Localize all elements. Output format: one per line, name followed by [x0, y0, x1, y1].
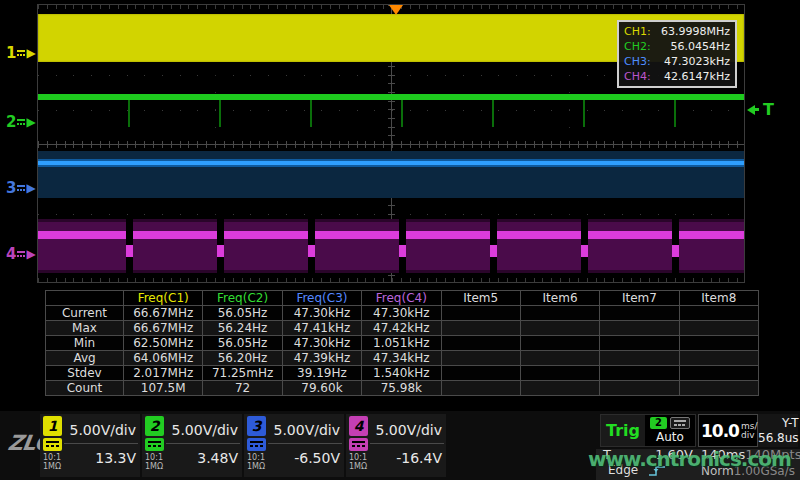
watermark-text: www.cntronics.com — [588, 447, 800, 471]
measure-cell: 75.98k — [362, 381, 441, 396]
channel-4-position-marker[interactable]: 4▶ — [6, 245, 36, 263]
measure-cell: 62.50MHz — [124, 336, 203, 351]
channel-badge[interactable]: 4 — [349, 416, 368, 436]
ch4-runt-pulse — [581, 245, 588, 257]
channel-number: 4 — [6, 245, 16, 263]
right-arrow-icon: ▶ — [26, 181, 35, 195]
trigger-level-marker[interactable]: T — [747, 100, 774, 119]
channel-1-settings-block[interactable]: 110:11MΩ5.00V/div13.3V — [40, 414, 140, 477]
channel-badge[interactable]: 3 — [247, 416, 266, 436]
measure-cell — [441, 306, 520, 321]
measure-column-header — [46, 291, 124, 306]
coupling-icon — [17, 185, 25, 192]
ch4-runt-pulse — [308, 245, 315, 257]
right-arrow-icon: ▶ — [26, 115, 35, 129]
freq-value: 47.3023kHz — [664, 55, 730, 68]
measure-cell: 66.67MHz — [124, 321, 203, 336]
measure-column-header: Item5 — [441, 291, 520, 306]
frequency-overlay: CH1:63.9998MHzCH2:56.0454HzCH3:47.3023kH… — [617, 20, 737, 88]
measure-cell — [520, 306, 599, 321]
trigger-mode[interactable]: Auto — [656, 429, 684, 445]
measure-cell — [600, 351, 679, 366]
measure-row: Count107.5M7279.60k75.98k — [46, 381, 759, 396]
channel-4-settings-block[interactable]: 410:11MΩ5.00V/div-16.4V — [346, 414, 446, 477]
ch4-runt-pulse — [490, 245, 497, 257]
timebase-scale-box[interactable]: 10.0 ms/ div — [698, 414, 758, 447]
trigger-position-marker-icon[interactable] — [389, 5, 403, 15]
channel-1-position-marker[interactable]: 1▶ — [6, 44, 36, 62]
measure-row-label: Avg — [46, 351, 124, 366]
ch2-waveform[interactable] — [38, 94, 744, 100]
ch3-waveform[interactable] — [38, 159, 744, 167]
right-arrow-icon: ▶ — [26, 46, 35, 60]
status-bar: ZLG® 110:11MΩ5.00V/div13.3V210:11MΩ5.00V… — [0, 411, 800, 480]
measure-row: Max66.67MHz56.24Hz47.41kHz47.42kHz — [46, 321, 759, 336]
channel-offset: 13.3V — [64, 446, 138, 470]
freq-overlay-row: CH2:56.0454Hz — [624, 40, 730, 53]
measure-cell: 47.30kHz — [282, 306, 361, 321]
ch4-runt-pulse — [217, 245, 224, 257]
measure-column-header: Freq(C4) — [362, 291, 441, 306]
freq-overlay-row: CH4:42.6147kHz — [624, 70, 730, 83]
dc-coupling-icon — [247, 438, 266, 451]
ch2-spike — [583, 100, 585, 127]
measure-cell — [600, 366, 679, 381]
measure-row: Stdev2.017MHz71.25mHz39.19Hz1.540kHz — [46, 366, 759, 381]
freq-value: 63.9998MHz — [661, 25, 730, 38]
trigger-coupling-icon — [670, 417, 690, 429]
measure-cell — [600, 381, 679, 396]
freq-value: 56.0454Hz — [670, 40, 730, 53]
ch4-waveform-fill[interactable] — [38, 219, 744, 273]
measure-column-header: Item7 — [600, 291, 679, 306]
measure-row-label: Min — [46, 336, 124, 351]
measurement-table: Freq(C1)Freq(C2)Freq(C3)Freq(C4)Item5Ite… — [45, 290, 759, 396]
measure-column-header: Freq(C3) — [282, 291, 361, 306]
measure-row-label: Count — [46, 381, 124, 396]
measure-row-label: Current — [46, 306, 124, 321]
measure-cell: 47.30kHz — [362, 306, 441, 321]
measure-cell: 56.05Hz — [203, 336, 282, 351]
freq-channel-label: CH2: — [624, 40, 651, 53]
channel-offset: 3.48V — [166, 446, 240, 470]
measure-row-label: Max — [46, 321, 124, 336]
measure-row: Min62.50MHz56.05Hz47.30kHz1.051kHz — [46, 336, 759, 351]
measure-cell: 64.06MHz — [124, 351, 203, 366]
measure-cell: 47.34kHz — [362, 351, 441, 366]
channel-offset: -6.50V — [268, 446, 342, 470]
freq-channel-label: CH3: — [624, 55, 651, 68]
measure-cell: 1.051kHz — [362, 336, 441, 351]
channel-3-settings-block[interactable]: 310:11MΩ5.00V/div-6.50V — [244, 414, 344, 477]
ch4-waveform[interactable] — [38, 231, 744, 239]
freq-overlay-row: CH3:47.3023kHz — [624, 55, 730, 68]
volts-per-div: 5.00V/div — [370, 416, 444, 444]
ch4-runt-pulse — [672, 245, 679, 257]
ch2-spike — [401, 100, 403, 127]
right-arrow-icon: ▶ — [26, 247, 35, 261]
measure-cell — [679, 306, 758, 321]
channel-number: 2 — [6, 113, 16, 131]
measure-cell — [520, 381, 599, 396]
trig-label: Trig — [601, 415, 645, 446]
coupling-icon — [17, 50, 25, 57]
freq-channel-label: CH4: — [624, 70, 651, 83]
measure-cell — [520, 366, 599, 381]
measure-cell — [679, 336, 758, 351]
measure-cell — [679, 351, 758, 366]
timebase-unit: ms/ div — [741, 422, 758, 440]
measure-cell: 47.39kHz — [282, 351, 361, 366]
trigger-source-badge[interactable]: 2 — [650, 417, 667, 429]
channel-badge[interactable]: 1 — [43, 416, 62, 436]
coupling-icon — [17, 251, 25, 258]
measure-row-label: Stdev — [46, 366, 124, 381]
ch2-spike — [674, 100, 676, 127]
freq-channel-label: CH1: — [624, 25, 651, 38]
trigger-level-label: T — [763, 100, 774, 119]
ch4-runt-pulse — [399, 245, 406, 257]
measure-cell: 1.540kHz — [362, 366, 441, 381]
channel-badge[interactable]: 2 — [145, 416, 164, 436]
channel-2-settings-block[interactable]: 210:11MΩ5.00V/div3.48V — [142, 414, 242, 477]
channel-2-position-marker[interactable]: 2▶ — [6, 113, 36, 131]
measure-cell — [679, 381, 758, 396]
measure-column-header: Item8 — [679, 291, 758, 306]
channel-3-position-marker[interactable]: 3▶ — [6, 179, 36, 197]
